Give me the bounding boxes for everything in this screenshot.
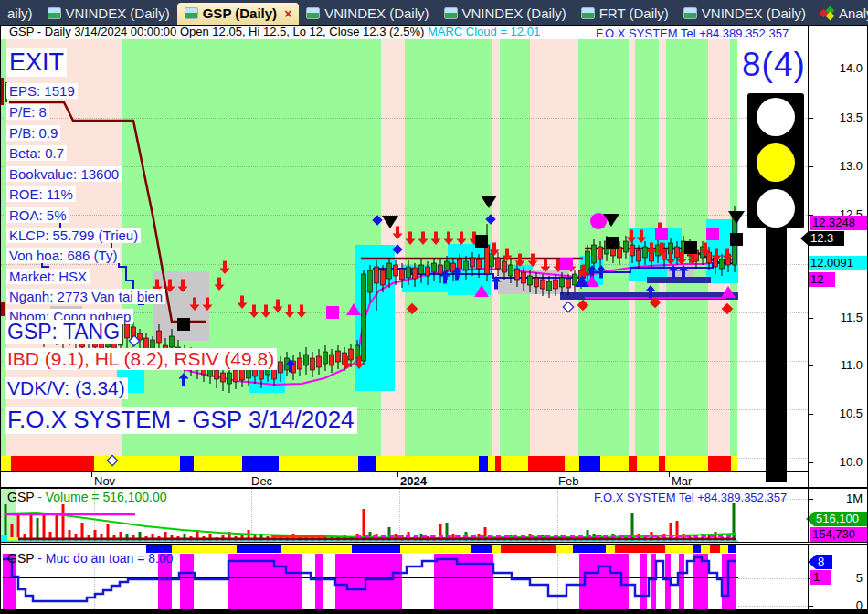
volume-bar <box>120 532 122 541</box>
x-axis-tick <box>91 472 92 477</box>
volume-bar <box>459 535 461 541</box>
safety-ribbon-segment <box>237 545 281 553</box>
price-band <box>500 39 530 456</box>
volume-bar <box>638 534 640 541</box>
axis-tick-label: 14.0 <box>808 61 863 75</box>
volume-bar <box>363 509 365 541</box>
volume-bar <box>30 513 33 541</box>
tab-frt-daily-[interactable]: FRT (Daily) <box>574 3 676 25</box>
safety-block <box>651 554 656 609</box>
axis-tick-label: 1M <box>808 492 863 505</box>
signal-ribbon-segment <box>600 456 629 471</box>
volume-bar <box>510 535 513 541</box>
signal-ribbon-segment <box>479 456 488 471</box>
tab-label: VNINDEX (Daily) <box>702 5 806 21</box>
gridline-horizontal <box>738 578 808 579</box>
volume-bar <box>414 536 417 541</box>
price-tag: 12.3248 <box>810 216 868 230</box>
tab-gsp-daily-[interactable]: GSP (Daily)× <box>177 3 300 25</box>
safety-ribbon-segment <box>710 545 720 553</box>
volume-bar <box>228 532 231 541</box>
volume-bar <box>542 535 545 541</box>
volume-bar <box>62 504 65 541</box>
overlay-label: KLCP: 55.799 (Trieu) <box>6 228 141 243</box>
signal-ribbon-segment <box>629 456 637 471</box>
safety-ribbon-segment <box>573 545 606 553</box>
volume-bar <box>388 527 391 541</box>
border-line <box>0 471 808 472</box>
traffic-light-middle <box>757 143 795 182</box>
volume-bar <box>152 534 154 541</box>
price-tag: 1 <box>810 570 831 585</box>
volume-bar <box>24 534 26 541</box>
volume-bar <box>184 534 186 541</box>
volume-bar <box>254 535 257 541</box>
tab-label: GSP (Daily) <box>203 5 277 21</box>
tab-vnindex-daily-[interactable]: VNINDEX (Daily) <box>40 3 177 25</box>
volume-bar <box>689 535 692 541</box>
price-band <box>629 39 635 456</box>
volume-bar <box>478 534 481 541</box>
overlay-label: Nganh: 2773 Van tai bien <box>6 289 165 304</box>
gridline-horizontal <box>0 118 808 119</box>
gridline-vertical <box>251 489 252 541</box>
signal-ribbon-segment <box>0 456 11 471</box>
diamond-yellow <box>826 12 835 21</box>
safety-title: GSP - Muc do an toan = 8.00 <box>7 551 173 566</box>
price-band <box>405 39 492 456</box>
traffic-light-stem <box>766 228 787 482</box>
volume-bar <box>619 536 621 541</box>
traffic-light-top <box>757 98 795 136</box>
safety-ribbon-segment <box>728 545 736 553</box>
volume-bar <box>318 537 321 541</box>
volume-bar <box>299 537 302 541</box>
volume-bar <box>452 534 455 541</box>
volume-bar <box>267 536 270 541</box>
volume-bar <box>657 536 660 541</box>
signal-ribbon-segment <box>94 456 180 471</box>
volume-bar <box>587 530 589 541</box>
gridline-vertical <box>399 554 400 609</box>
tab-vnindex-daily-[interactable]: VNINDEX (Daily) <box>299 3 436 25</box>
signal-ribbon-segment <box>565 456 579 471</box>
safety-ribbon-segment <box>720 545 728 553</box>
volume-bar <box>241 534 244 541</box>
overlay-label: P/B: 0.9 <box>6 125 60 141</box>
volume-bar <box>644 535 647 541</box>
tab-close-icon[interactable]: × <box>284 6 291 21</box>
volume-bar <box>727 534 730 541</box>
price-tag: 154,730 <box>810 527 868 542</box>
signal-ribbon-segment <box>501 456 528 471</box>
volume-title: GSP - Volume = 516,100.00 <box>7 490 166 504</box>
app-window: aily)VNINDEX (Daily)GSP (Daily)×VNINDEX … <box>0 0 868 614</box>
volume-bar <box>203 536 206 541</box>
tab-analysis1[interactable]: Analysis1 <box>813 3 868 25</box>
volume-bar <box>17 515 20 541</box>
signal-ribbon-segment <box>659 456 665 471</box>
volume-bar <box>139 532 142 541</box>
signal-ribbon-segment <box>708 456 731 471</box>
price-band <box>381 39 405 456</box>
overlay-label: EPS: 1519 <box>6 83 78 99</box>
price-tag: 516,100 <box>806 512 868 526</box>
safety-ribbon-segment <box>615 545 665 553</box>
volume-bar <box>548 537 551 541</box>
volume-bar <box>113 535 116 541</box>
signal-ribbon-segment <box>731 456 737 471</box>
price-band <box>635 39 659 456</box>
volume-bar <box>171 535 174 541</box>
tab-vnindex-daily-[interactable]: VNINDEX (Daily) <box>437 3 574 25</box>
volume-bar <box>216 537 218 541</box>
volume-bar <box>101 534 103 541</box>
volume-bar <box>484 527 487 541</box>
volume-bar <box>606 536 609 541</box>
tab-vnindex-daily-[interactable]: VNINDEX (Daily) <box>676 3 813 25</box>
x-axis-tick <box>556 472 556 477</box>
signal-ribbon-segment <box>579 456 600 471</box>
safety-block <box>665 554 671 609</box>
tab-aily-[interactable]: aily) <box>0 3 40 25</box>
x-axis-label: Dec <box>251 474 272 488</box>
tab-label: FRT (Daily) <box>599 5 669 21</box>
ohlc-text: GSP - Daily 3/14/2024 00:00:00 Open 12.0… <box>0 25 428 38</box>
volume-bar <box>107 524 110 541</box>
